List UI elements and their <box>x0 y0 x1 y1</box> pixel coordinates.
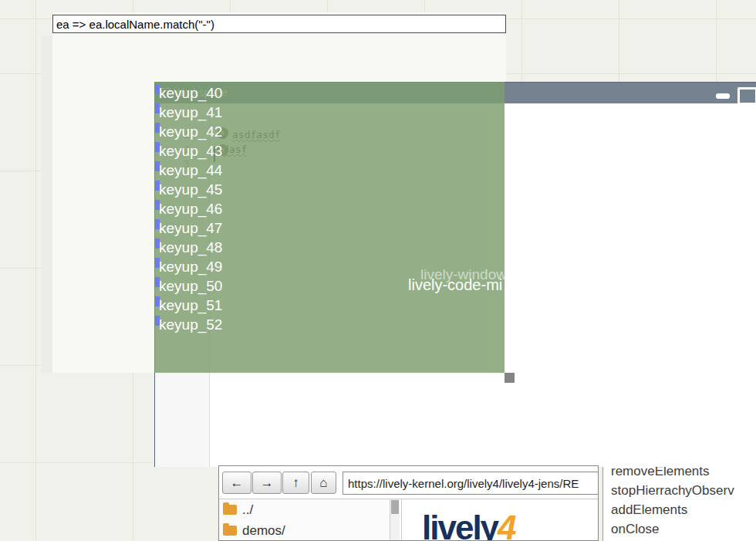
event-handler-row: keyup_47 <box>157 218 222 238</box>
event-handler-row: keyup_43 <box>157 141 222 161</box>
file-list-item[interactable]: demos/ <box>219 520 390 541</box>
method-list: removeElements stopHierrachyObserv addEl… <box>602 462 756 541</box>
caret-marker-icon <box>155 258 160 268</box>
event-handler-row: keyup_40 <box>157 83 222 103</box>
event-handler-row: keyup_50 <box>157 276 222 296</box>
browser-content: lively4 <box>401 499 599 541</box>
element-tag-label: lively-code-mi <box>408 276 502 294</box>
event-handler-row: keyup_42 <box>157 122 222 141</box>
file-list: ../ demos/ <box>219 499 390 541</box>
event-handler-row: keyup_45 <box>157 180 222 199</box>
event-handler-row: keyup_52 <box>157 315 222 334</box>
method-list-item[interactable]: onClose <box>603 519 756 539</box>
file-list-item[interactable]: ../ <box>219 499 390 520</box>
code-expression-input[interactable] <box>52 15 506 33</box>
file-name: ../ <box>242 502 253 518</box>
resize-handle[interactable] <box>505 373 515 383</box>
caret-marker-icon <box>155 238 160 249</box>
forward-button[interactable]: → <box>252 472 282 494</box>
event-handler-row: keyup_41 <box>157 103 222 122</box>
caret-marker-icon <box>155 161 160 171</box>
element-highlight-overlay: keyup_40 keyup_41 keyup_42 keyup_43 keyu… <box>154 82 505 373</box>
caret-marker-icon <box>155 142 160 152</box>
file-name: demos/ <box>242 523 285 539</box>
maximize-icon[interactable] <box>737 87 756 105</box>
caret-marker-icon <box>155 200 160 210</box>
folder-icon <box>223 505 237 515</box>
event-handler-row: keyup_49 <box>157 257 222 276</box>
caret-marker-icon <box>155 277 160 287</box>
caret-marker-icon <box>155 296 160 306</box>
back-button[interactable]: ← <box>222 472 251 494</box>
minimize-icon[interactable] <box>716 93 730 99</box>
file-list-scrollbar[interactable] <box>390 499 400 541</box>
desktop-background: removeElements stopHierrachyObserv addEl… <box>0 0 756 541</box>
url-input[interactable] <box>343 472 599 495</box>
method-list-item[interactable]: addElements <box>603 500 756 519</box>
home-button[interactable]: ⌂ <box>311 472 336 494</box>
up-button[interactable]: ↑ <box>282 472 309 494</box>
lively4-logo: lively4 <box>422 509 515 541</box>
event-handler-row: keyup_46 <box>157 199 222 218</box>
event-handler-row: keyup_44 <box>157 161 222 180</box>
method-list-item[interactable]: stopHierrachyObserv <box>603 481 756 500</box>
scrollbar-thumb[interactable] <box>391 500 399 514</box>
container-scroll-strip <box>42 36 52 373</box>
caret-marker-icon <box>155 103 160 113</box>
caret-marker-icon <box>155 219 160 229</box>
caret-marker-icon <box>155 123 160 133</box>
caret-marker-icon <box>155 181 160 191</box>
caret-marker-icon <box>155 84 160 94</box>
folder-icon <box>223 526 237 536</box>
file-browser-window: ← → ↑ ⌂ ../ demos/ lively4 <box>218 465 599 541</box>
event-handler-row: keyup_51 <box>157 296 222 315</box>
browser-toolbar: ← → ↑ ⌂ <box>219 466 598 499</box>
caret-marker-icon <box>155 316 160 326</box>
event-handler-row: keyup_48 <box>157 238 222 257</box>
